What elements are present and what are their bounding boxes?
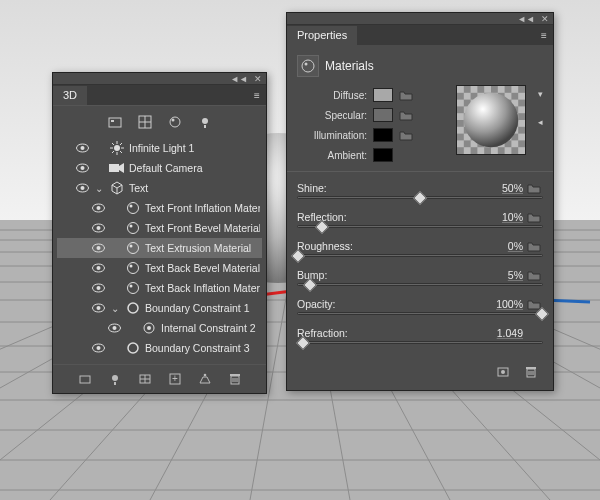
material-prev-icon[interactable]: ◂ [538,117,543,127]
illumination-texture-icon[interactable] [399,129,413,141]
tree-row-light[interactable]: Infinite Light 1 [57,138,262,158]
visibility-eye-icon[interactable] [91,283,105,293]
tree-row-text[interactable]: ⌄Text [57,178,262,198]
tree-row-matExtr[interactable]: Text Extrusion Material [57,238,262,258]
visibility-eye-icon[interactable] [107,323,121,333]
tab-properties[interactable]: Properties [287,26,357,45]
diffuse-swatch[interactable] [373,88,393,102]
delete-icon[interactable] [523,364,539,380]
visibility-eye-icon[interactable] [75,163,89,173]
svg-point-69 [128,263,139,274]
refraction-track[interactable] [297,341,543,344]
collapse-icon[interactable]: ◄◄ [517,14,535,24]
illumination-swatch[interactable] [373,128,393,142]
ambient-swatch[interactable] [373,148,393,162]
svg-point-70 [130,265,133,268]
tree-label: Text Front Inflation Material [145,202,260,214]
svg-point-79 [112,326,116,330]
tree-label: Text [129,182,260,194]
panel-menu-icon[interactable]: ≡ [535,30,553,41]
visibility-eye-icon[interactable] [91,243,105,253]
tree-row-ic2[interactable]: Internal Constraint 2 [57,318,262,338]
bump-track[interactable] [297,283,543,286]
shine-track[interactable] [297,196,543,199]
reflection-value[interactable]: 10% [467,211,527,223]
shine-value[interactable]: 50% [467,182,527,194]
tree-row-matBackInf[interactable]: Text Back Inflation Material [57,278,262,298]
twist-icon[interactable]: ⌄ [109,303,121,314]
shine-texture-icon[interactable] [527,182,541,194]
collapse-icon[interactable]: ◄◄ [230,74,248,84]
tree-row-camera[interactable]: Default Camera [57,158,262,178]
render-settings-icon[interactable] [495,364,511,380]
svg-rect-38 [204,125,206,128]
roughness-value[interactable]: 0% [467,240,527,252]
ground-plane-icon[interactable] [197,371,213,387]
opacity-track[interactable] [297,312,543,315]
visibility-eye-icon[interactable] [91,203,105,213]
shine-label: Shine: [297,182,467,194]
roughness-label: Roughness: [297,240,467,252]
close-icon[interactable]: ✕ [541,14,549,24]
material-picker-icon[interactable]: ▾ [538,89,543,99]
new-camera-icon[interactable] [137,371,153,387]
filter-material-icon[interactable] [167,114,183,130]
filter-lights-icon[interactable] [197,114,213,130]
visibility-eye-icon[interactable] [75,143,89,153]
reflection-texture-icon[interactable] [527,211,541,223]
diffuse-label: Diffuse: [297,90,367,101]
specular-swatch[interactable] [373,108,393,122]
mat-icon [125,241,141,255]
svg-point-107 [501,370,505,374]
visibility-eye-icon[interactable] [91,343,105,353]
slider-shine: Shine:50% [297,182,543,199]
specular-texture-icon[interactable] [399,109,413,121]
visibility-eye-icon[interactable] [91,303,105,313]
tree-row-bc3[interactable]: Boundary Constraint 3 [57,338,262,358]
opacity-value[interactable]: 100% [467,298,527,310]
visibility-eye-icon[interactable] [75,183,89,193]
refraction-label: Refraction: [297,327,467,339]
material-preview[interactable] [456,85,526,155]
tree-row-matFrontInf[interactable]: Text Front Inflation Material [57,198,262,218]
new-light-icon[interactable] [107,371,123,387]
bump-texture-icon[interactable] [527,269,541,281]
svg-rect-85 [80,376,90,383]
svg-point-57 [128,203,139,214]
mat-icon [125,261,141,275]
tree-label: Text Front Bevel Material [145,222,260,234]
tree-row-matFrontBev[interactable]: Text Front Bevel Material [57,218,262,238]
panel-menu-icon[interactable]: ≡ [248,90,266,101]
filter-mesh-icon[interactable] [137,114,153,130]
add-to-scene-icon[interactable]: + [167,371,183,387]
diffuse-texture-icon[interactable] [399,89,413,101]
slider-refraction: Refraction:1.049 [297,327,543,344]
slider-roughness: Roughness:0% [297,240,543,257]
tree-label: Text Back Bevel Material [145,262,260,274]
svg-point-61 [128,223,139,234]
twist-icon[interactable]: ⌄ [93,183,105,194]
svg-point-56 [96,206,100,210]
render-settings-icon[interactable] [77,371,93,387]
close-icon[interactable]: ✕ [254,74,262,84]
bump-label: Bump: [297,269,467,281]
svg-line-48 [120,143,122,145]
layer-tree: Infinite Light 1Default Camera⌄TextText … [53,136,266,364]
svg-point-64 [96,246,100,250]
tree-row-matBackBev[interactable]: Text Back Bevel Material [57,258,262,278]
roughness-texture-icon[interactable] [527,240,541,252]
svg-point-68 [96,266,100,270]
bump-value[interactable]: 5% [467,269,527,281]
tree-row-bc1[interactable]: ⌄Boundary Constraint 1 [57,298,262,318]
delete-icon[interactable] [227,371,243,387]
tab-3d[interactable]: 3D [53,86,87,105]
filter-row-3d [53,105,266,136]
svg-rect-112 [526,367,536,369]
roughness-track[interactable] [297,254,543,257]
refraction-value[interactable]: 1.049 [467,327,527,339]
sliders-group: Shine:50%Reflection:10%Roughness:0%Bump:… [297,182,543,344]
visibility-eye-icon[interactable] [91,223,105,233]
visibility-eye-icon[interactable] [91,263,105,273]
filter-scene-icon[interactable] [107,114,123,130]
reflection-track[interactable] [297,225,543,228]
